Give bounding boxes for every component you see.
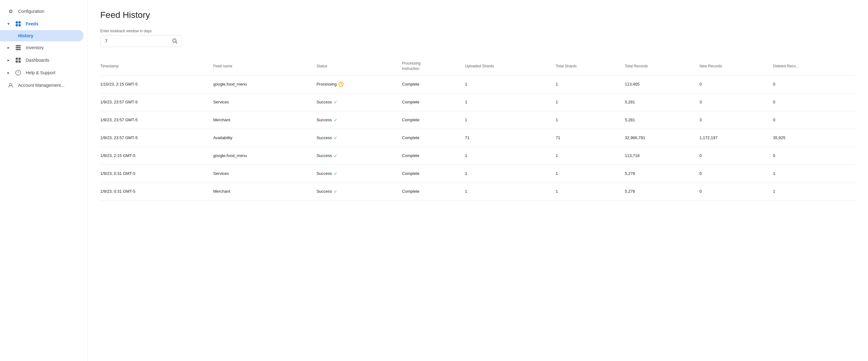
cell-total-shards: 1 <box>556 182 625 200</box>
cell-uploaded-shards: 1 <box>465 75 556 93</box>
cell-status: Success✓ <box>316 147 402 164</box>
sidebar-item-label: Help & Support <box>26 70 56 75</box>
col-timestamp: Timestamp <box>100 57 213 75</box>
cell-new-records: 1,172,197 <box>700 129 773 147</box>
col-status: Status <box>316 57 402 75</box>
success-check-icon: ✓ <box>334 136 338 140</box>
sidebar-item-history[interactable]: History <box>0 30 84 41</box>
cell-new-records: 3 <box>700 93 773 111</box>
cell-new-records: 0 <box>700 147 773 164</box>
table-row: 1/9/23, 23:57 GMT-5ServicesSuccess✓Compl… <box>100 93 856 111</box>
sidebar-item-label: Feeds <box>26 21 38 26</box>
cell-new-records: 3 <box>700 111 773 129</box>
cell-deleted-records: 35,925 <box>773 129 856 147</box>
cell-timestamp: 1/10/23, 2:15 GMT-5 <box>100 75 213 93</box>
cell-status: Processing <box>316 75 402 93</box>
cell-feedname: Availability <box>213 129 316 147</box>
feeds-icon <box>15 21 21 27</box>
cell-total-records: 5,281 <box>625 111 700 129</box>
main-content: Feed History Enter lookback window in da… <box>88 0 868 361</box>
svg-rect-8 <box>19 58 21 60</box>
cell-status: Success✓ <box>316 111 402 129</box>
cell-total-records: 5,278 <box>625 164 700 182</box>
sidebar-item-label: Configuration <box>18 9 44 14</box>
sidebar-item-account-management[interactable]: Account Management... <box>0 79 84 91</box>
table-row: 1/9/23, 23:57 GMT-5MerchantSuccess✓Compl… <box>100 111 856 129</box>
col-new-records: New Records <box>700 57 773 75</box>
cell-timestamp: 1/9/23, 2:15 GMT-5 <box>100 147 213 164</box>
gear-icon: ⚙ <box>7 8 14 14</box>
chevron-right-icon: ▸ <box>7 70 9 75</box>
processing-clock-icon <box>338 82 343 87</box>
cell-timestamp: 1/9/23, 0:31 GMT-5 <box>100 182 213 200</box>
sidebar-item-label: Dashboards <box>26 58 50 63</box>
feed-history-table: Timestamp Feed name Status ProcessingIns… <box>100 57 856 201</box>
cell-timestamp: 1/9/23, 23:57 GMT-5 <box>100 129 213 147</box>
svg-rect-9 <box>16 60 18 63</box>
cell-feedname: google.food_menu <box>213 75 316 93</box>
cell-total-shards: 1 <box>556 147 625 164</box>
cell-new-records: 0 <box>700 164 773 182</box>
svg-rect-4 <box>16 45 21 47</box>
svg-rect-5 <box>16 47 21 48</box>
sidebar-item-inventory[interactable]: ▸ Inventory <box>0 41 84 54</box>
col-processing-instruction: ProcessingInstruction <box>402 57 465 75</box>
cell-deleted-records: 1 <box>773 164 856 182</box>
cell-feedname: Merchant <box>213 182 316 200</box>
cell-deleted-records: 0 <box>773 75 856 93</box>
cell-new-records: 0 <box>700 75 773 93</box>
cell-total-shards: 71 <box>556 129 625 147</box>
help-icon: ? <box>15 69 21 76</box>
cell-deleted-records: 0 <box>773 93 856 111</box>
cell-total-shards: 1 <box>556 93 625 111</box>
cell-processing-instruction: Complete <box>402 164 465 182</box>
cell-total-records: 113,718 <box>625 147 700 164</box>
cell-total-records: 113,405 <box>625 75 700 93</box>
table-row: 1/9/23, 2:15 GMT-5google.food_menuSucces… <box>100 147 856 164</box>
cell-status: Success✓ <box>316 93 402 111</box>
cell-total-records: 5,278 <box>625 182 700 200</box>
cell-status: Success✓ <box>316 129 402 147</box>
cell-timestamp: 1/9/23, 23:57 GMT-5 <box>100 111 213 129</box>
cell-uploaded-shards: 1 <box>465 111 556 129</box>
cell-deleted-records: 0 <box>773 111 856 129</box>
col-deleted-records: Deleted Reco... <box>773 57 856 75</box>
cell-uploaded-shards: 1 <box>465 93 556 111</box>
cell-total-shards: 1 <box>556 111 625 129</box>
search-input[interactable] <box>101 35 168 47</box>
search-button[interactable] <box>168 36 181 47</box>
sidebar-item-configuration[interactable]: ⚙ Configuration <box>0 5 84 18</box>
success-check-icon: ✓ <box>334 171 338 176</box>
col-total-shards: Total Shards <box>556 57 625 75</box>
success-check-icon: ✓ <box>334 153 338 158</box>
sidebar-item-dashboards[interactable]: ▸ Dashboards <box>0 54 84 66</box>
cell-uploaded-shards: 1 <box>465 164 556 182</box>
cell-processing-instruction: Complete <box>402 182 465 200</box>
inventory-icon <box>15 44 21 51</box>
success-check-icon: ✓ <box>334 118 338 123</box>
cell-status: Success✓ <box>316 164 402 182</box>
cell-processing-instruction: Complete <box>402 147 465 164</box>
cell-timestamp: 1/9/23, 23:57 GMT-5 <box>100 93 213 111</box>
cell-deleted-records: 0 <box>773 147 856 164</box>
cell-timestamp: 1/9/23, 0:31 GMT-5 <box>100 164 213 182</box>
cell-feedname: google.food_menu <box>213 147 316 164</box>
cell-total-shards: 1 <box>556 164 625 182</box>
success-check-icon: ✓ <box>334 100 338 105</box>
cell-feedname: Services <box>213 164 316 182</box>
cell-uploaded-shards: 1 <box>465 182 556 200</box>
cell-processing-instruction: Complete <box>402 129 465 147</box>
cell-feedname: Services <box>213 93 316 111</box>
svg-rect-3 <box>19 24 21 26</box>
search-label: Enter lookback window in days <box>100 29 856 33</box>
sidebar-item-feeds[interactable]: ▾ Feeds <box>0 18 84 30</box>
page-title: Feed History <box>100 10 856 20</box>
sidebar-item-help-support[interactable]: ▸ ? Help & Support <box>0 66 84 79</box>
cell-deleted-records: 1 <box>773 182 856 200</box>
sidebar-item-label: History <box>18 33 33 38</box>
svg-rect-10 <box>19 60 21 63</box>
table-row: 1/10/23, 2:15 GMT-5google.food_menuProce… <box>100 75 856 93</box>
chevron-down-icon: ▾ <box>7 22 9 26</box>
cell-processing-instruction: Complete <box>402 75 465 93</box>
search-section: Enter lookback window in days <box>100 29 856 47</box>
